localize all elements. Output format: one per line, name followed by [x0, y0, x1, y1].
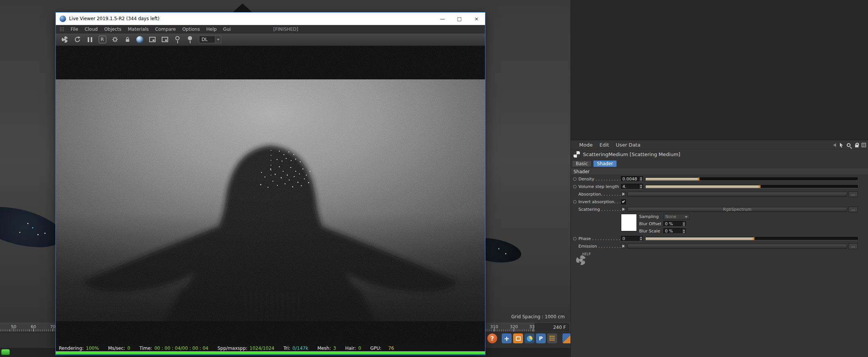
sub-row-blur-scale: Blur Scale 0 %: [639, 227, 690, 235]
menu-compare[interactable]: Compare: [155, 27, 176, 32]
section-header-shader[interactable]: Shader: [571, 168, 868, 175]
help-icon[interactable]: ?: [487, 333, 497, 343]
frame-counter-field[interactable]: 240 F: [535, 323, 569, 331]
pause-render-icon[interactable]: [85, 35, 94, 44]
sampling-dropdown[interactable]: None: [663, 214, 690, 220]
density-value-field[interactable]: 0.0048: [621, 176, 643, 182]
grip-handle-icon[interactable]: [60, 27, 64, 32]
scattering-shader-bar[interactable]: RgbSpectrum: [627, 207, 847, 212]
octane-render-icon[interactable]: [60, 35, 69, 44]
menu-help[interactable]: Help: [206, 27, 216, 32]
tab-shader[interactable]: Shader: [593, 160, 617, 167]
scattering-expand-icon[interactable]: [621, 207, 626, 212]
phase-stepper[interactable]: [639, 236, 643, 241]
density-slider[interactable]: [645, 177, 858, 181]
speckle-dot: [19, 232, 20, 233]
move-tool-icon[interactable]: +: [502, 333, 512, 343]
attribute-menu-bar: Mode Edit User Data: [571, 140, 868, 150]
picture-viewer-icon[interactable]: [525, 333, 534, 343]
p-tool-icon[interactable]: P: [536, 333, 546, 343]
menu-materials[interactable]: Materials: [128, 27, 149, 32]
octane-help[interactable]: HELP: [575, 254, 597, 270]
slider-knob[interactable]: [698, 177, 699, 181]
frame-glyph: [516, 336, 521, 341]
panel-grid-icon[interactable]: [862, 143, 866, 147]
camera-pin-icon-2[interactable]: [186, 35, 194, 44]
maximize-button[interactable]: □: [451, 13, 468, 25]
param-row-density: Density . . . . . . . . . . 0.0048: [571, 175, 868, 183]
grid-tool-icon[interactable]: [547, 333, 557, 343]
absorption-expand-icon[interactable]: [621, 192, 626, 197]
ruler-tick: [14, 328, 14, 332]
tab-basic[interactable]: Basic: [572, 160, 592, 167]
animation-dot[interactable]: [573, 185, 577, 188]
animation-dot[interactable]: [573, 200, 577, 204]
region-render-button[interactable]: R: [98, 35, 107, 44]
density-stepper[interactable]: [639, 177, 643, 182]
timeline-playhead[interactable]: [1, 349, 10, 355]
render-view[interactable]: [56, 46, 485, 345]
restart-render-icon[interactable]: [73, 35, 82, 44]
menu-cloud[interactable]: Cloud: [85, 27, 98, 32]
octane-logo-icon: [61, 35, 69, 44]
menu-mode[interactable]: Mode: [579, 142, 592, 148]
help-label: HELP: [582, 253, 591, 256]
rendering-label: Rendering:: [59, 346, 83, 351]
ruler-tick: [33, 328, 34, 332]
param-row-scattering: Scattering . . . . . . . . . RgbSpectrum…: [571, 205, 868, 213]
frame-tool-icon[interactable]: [513, 333, 523, 343]
menu-objects[interactable]: Objects: [104, 27, 121, 32]
menu-gui[interactable]: Gui: [223, 27, 231, 32]
film-frame-icon-2[interactable]: [161, 35, 169, 44]
phase-value-field[interactable]: 0: [621, 236, 643, 242]
volume-step-slider[interactable]: [645, 185, 858, 188]
blur-offset-field[interactable]: 0 %: [663, 221, 686, 227]
time-value: 00 : 00 : 04/00 : 00 : 04: [154, 346, 208, 351]
menu-file[interactable]: File: [71, 27, 78, 32]
menu-user-data[interactable]: User Data: [616, 142, 641, 148]
camera-pin-icon[interactable]: [173, 35, 182, 44]
live-viewer-menubar: File Cloud Objects Materials Compare Opt…: [56, 25, 485, 33]
gpu-label: GPU:: [370, 346, 381, 351]
volume-step-value-field[interactable]: 4.: [621, 184, 643, 190]
scattering-browse-button[interactable]: …: [849, 207, 858, 212]
menu-options[interactable]: Options: [182, 27, 200, 32]
ruler-tick: [53, 328, 53, 332]
close-button[interactable]: ×: [468, 13, 485, 25]
lock-icon[interactable]: [855, 145, 859, 147]
history-back-icon[interactable]: [831, 143, 836, 147]
phase-slider[interactable]: [645, 237, 858, 240]
window-titlebar[interactable]: Live Viewer 2019.1.5-R2 (344 days left) …: [56, 13, 485, 25]
blur-offset-stepper[interactable]: [682, 221, 685, 226]
menu-edit[interactable]: Edit: [599, 142, 609, 148]
lock-resolution-icon[interactable]: [123, 35, 132, 44]
invert-absorption-checkbox[interactable]: [621, 199, 626, 204]
settings-gear-icon[interactable]: [110, 35, 119, 44]
emission-texture-bar[interactable]: [627, 244, 847, 249]
emission-expand-icon[interactable]: [621, 244, 626, 249]
tri-label: Tri:: [284, 346, 290, 351]
picture-viewer-glyph: [527, 336, 532, 341]
emission-browse-button[interactable]: …: [849, 243, 858, 249]
slider-knob[interactable]: [753, 237, 755, 240]
scattering-color-swatch[interactable]: [621, 214, 637, 231]
animation-dot[interactable]: [573, 237, 577, 240]
blur-scale-field[interactable]: 0 %: [663, 228, 686, 234]
device-dropdown[interactable]: DL: [199, 36, 221, 43]
slider-knob[interactable]: [759, 185, 761, 188]
absorption-texture-bar[interactable]: [627, 192, 847, 197]
material-ball-icon[interactable]: [135, 35, 144, 44]
search-icon[interactable]: [847, 143, 851, 147]
scattering-sub-block: Sampling None Blur Offset 0 % Blur Scale: [571, 213, 868, 235]
region-letter: R: [99, 36, 106, 43]
checkmark-icon: [622, 200, 625, 203]
sampling-label: Sampling: [639, 214, 663, 219]
volume-step-stepper[interactable]: [639, 184, 643, 189]
film-frame-icon[interactable]: [148, 35, 157, 44]
animation-dot[interactable]: [573, 177, 577, 181]
cursor-icon[interactable]: [839, 142, 844, 148]
dropdown-arrow-button[interactable]: [215, 36, 221, 43]
minimize-button[interactable]: —: [434, 13, 451, 25]
absorption-browse-button[interactable]: …: [849, 191, 858, 197]
blur-scale-stepper[interactable]: [682, 229, 685, 234]
